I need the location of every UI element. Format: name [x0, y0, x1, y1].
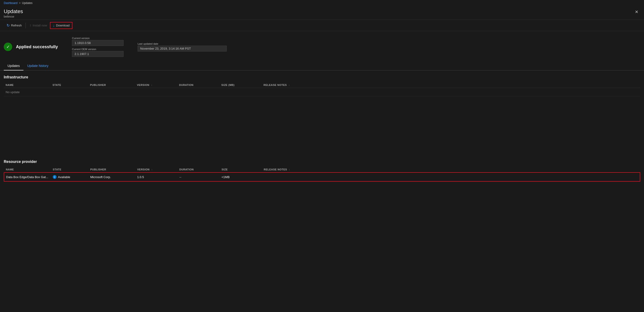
- col-publisher-infra[interactable]: PUBLISHER: [88, 82, 135, 88]
- col-name-rp[interactable]: NAME: [4, 167, 51, 172]
- rp-release-sort-icon: ↕: [289, 168, 290, 171]
- last-updated-value: November 23, 2019, 3:14:16 AM PST: [138, 46, 227, 51]
- breadcrumb-separator: >: [19, 1, 21, 5]
- last-updated-label: Last updated date: [138, 42, 227, 45]
- panel-header: Updates bellevue ✕: [0, 6, 644, 20]
- refresh-button[interactable]: ↻ Refresh: [4, 22, 24, 29]
- tab-update-history[interactable]: Update history: [24, 62, 52, 70]
- status-indicator: ✓ Applied successfully: [4, 43, 58, 51]
- panel-title-group: Updates bellevue: [4, 8, 23, 18]
- version-sort-icon: ↕: [151, 84, 152, 86]
- rp-size-cell: <1MB: [220, 172, 262, 181]
- breadcrumb-current: Updates: [22, 1, 32, 5]
- col-size-rp[interactable]: SIZE: [220, 167, 262, 172]
- page-title: Updates: [4, 8, 23, 14]
- resource-provider-section: Resource provider NAME STATE PUBLISHER V…: [0, 155, 644, 184]
- col-duration-infra[interactable]: DURATION: [177, 82, 220, 88]
- col-size-infra[interactable]: SIZE (MB): [220, 82, 262, 88]
- infra-no-update-cell: No update: [4, 88, 51, 96]
- tab-updates[interactable]: Updates: [4, 62, 24, 70]
- current-version-label: Current version: [72, 37, 124, 39]
- install-icon: ↑: [30, 23, 32, 28]
- current-version-value: 1.1910.0.58: [72, 40, 124, 46]
- col-version-infra[interactable]: VERSION ↕: [135, 82, 177, 88]
- breadcrumb: Dashboard > Updates: [0, 0, 644, 6]
- rp-version-cell: 1.0.5: [135, 172, 178, 181]
- empty-space: [0, 99, 644, 155]
- infrastructure-table: NAME STATE PUBLISHER VERSION ↕ DURATION …: [4, 82, 640, 96]
- version-fields: Current version 1.1910.0.58 Current OEM …: [72, 37, 124, 57]
- rp-state-cell: i Available: [51, 172, 88, 181]
- available-badge: i Available: [53, 175, 86, 179]
- col-publisher-rp[interactable]: PUBLISHER: [88, 167, 135, 172]
- refresh-icon: ↻: [6, 23, 10, 28]
- rp-release-notes-cell: [262, 172, 640, 181]
- breadcrumb-dashboard[interactable]: Dashboard: [4, 1, 18, 5]
- install-now-label: Install now: [33, 24, 47, 27]
- download-label: Download: [56, 24, 70, 27]
- col-state-rp[interactable]: STATE: [51, 167, 88, 172]
- rp-publisher-cell: Microsoft Corp.: [88, 172, 135, 181]
- col-version-rp[interactable]: VERSION ↕: [135, 167, 178, 172]
- resource-provider-table: NAME STATE PUBLISHER VERSION ↕ DURATION …: [4, 167, 640, 182]
- resource-provider-title: Resource provider: [4, 160, 640, 164]
- status-text: Applied successfully: [16, 44, 58, 49]
- close-button[interactable]: ✕: [633, 8, 640, 15]
- download-icon: ↓: [53, 23, 54, 28]
- current-oem-version-value: 2.1.1907.1: [72, 51, 124, 57]
- refresh-label: Refresh: [11, 24, 22, 27]
- table-row: No update: [4, 88, 640, 96]
- infrastructure-section: Infrastructure NAME STATE PUBLISHER VERS…: [0, 70, 644, 99]
- download-button[interactable]: ↓ Download: [50, 22, 72, 29]
- toolbar-divider-1: [26, 23, 26, 28]
- rp-name-cell: Data Box Edge/Data Box Gat...: [4, 172, 51, 181]
- toolbar: ↻ Refresh ↑ Install now ↓ Download: [0, 20, 644, 31]
- status-section: ✓ Applied successfully Current version 1…: [0, 31, 644, 62]
- available-icon: i: [53, 175, 56, 179]
- current-oem-version-label: Current OEM version: [72, 48, 124, 51]
- available-text: Available: [58, 175, 70, 179]
- table-row[interactable]: Data Box Edge/Data Box Gat... i Availabl…: [4, 172, 640, 181]
- status-icon: ✓: [4, 43, 12, 51]
- resource-provider-table-header: NAME STATE PUBLISHER VERSION ↕ DURATION …: [4, 167, 640, 172]
- check-icon: ✓: [6, 44, 10, 49]
- install-now-button[interactable]: ↑ Install now: [27, 22, 50, 29]
- page-subtitle: bellevue: [4, 15, 23, 18]
- release-sort-icon: ↕: [288, 84, 290, 86]
- infrastructure-table-header: NAME STATE PUBLISHER VERSION ↕ DURATION …: [4, 82, 640, 88]
- rp-duration-cell: --: [178, 172, 220, 181]
- last-updated-group: Last updated date November 23, 2019, 3:1…: [138, 42, 227, 51]
- tabs-bar: Updates Update history: [0, 62, 644, 70]
- col-name-infra[interactable]: NAME: [4, 82, 51, 88]
- current-oem-version-group: Current OEM version 2.1.1907.1: [72, 48, 124, 57]
- col-release-notes-infra[interactable]: RELEASE NOTES ↕: [262, 82, 640, 88]
- col-duration-rp[interactable]: DURATION: [178, 167, 220, 172]
- col-release-notes-rp[interactable]: RELEASE NOTES ↕: [262, 167, 640, 172]
- infrastructure-title: Infrastructure: [4, 75, 640, 79]
- rp-version-sort-icon: ↕: [152, 168, 153, 171]
- current-version-group: Current version 1.1910.0.58: [72, 37, 124, 46]
- col-state-infra[interactable]: STATE: [51, 82, 88, 88]
